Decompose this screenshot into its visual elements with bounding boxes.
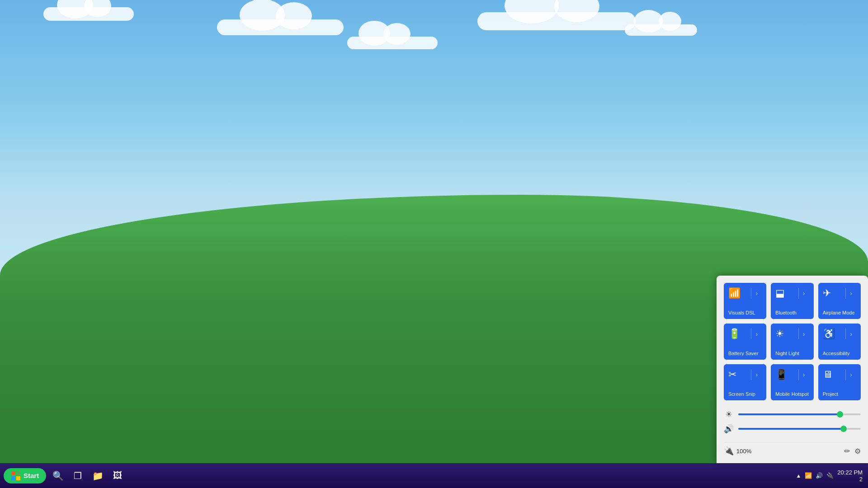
project-icon: 🖥: [823, 369, 833, 380]
tile-arrow[interactable]: ›: [798, 369, 809, 380]
tile-arrow[interactable]: ›: [845, 369, 856, 380]
tile-label: Mobile Hotspot: [775, 391, 809, 397]
hotspot-icon: 📱: [775, 369, 788, 380]
volume-taskbar-icon[interactable]: 🔊: [816, 472, 823, 479]
night-light-icon: ☀: [775, 328, 784, 340]
tile-arrow[interactable]: ›: [845, 328, 856, 339]
search-icon-button[interactable]: 🔍: [50, 468, 66, 484]
tile-top: ☀ ›: [775, 328, 809, 340]
tile-top: ♿ ›: [823, 328, 856, 340]
wifi-taskbar-icon[interactable]: 📶: [805, 472, 812, 479]
windows-logo-icon: [11, 471, 21, 481]
battery-icon: 🔌: [724, 446, 734, 456]
task-view-icon: ❐: [74, 470, 82, 481]
tile-top: ✂ ›: [728, 369, 762, 380]
tile-label: Project: [823, 391, 856, 397]
cloud-4: [347, 37, 438, 49]
accessibility-icon: ♿: [823, 328, 835, 340]
brightness-row: ☀: [724, 409, 861, 419]
taskbar-right: ▲ 📶 🔊 🔌 20:22 PM 2: [796, 469, 868, 483]
folder-icon: 📁: [92, 470, 104, 481]
tile-arrow[interactable]: ›: [751, 288, 762, 299]
bluetooth-icon: ⬓: [775, 287, 785, 299]
volume-icon: 🔊: [724, 424, 734, 434]
wifi-icon: 📶: [728, 287, 741, 299]
tile-top: 📶 ›: [728, 287, 762, 299]
panel-footer: 🔌 100% ✏ ⚙: [724, 442, 861, 456]
tile-label: Airplane Mode: [823, 310, 856, 315]
time-display: 20:22 PM: [837, 469, 863, 476]
tile-mobile-hotspot[interactable]: 📱 › Mobile Hotspot: [771, 364, 813, 400]
sliders-area: ☀ 🔊: [724, 408, 861, 442]
tile-top: 🔋 ›: [728, 328, 762, 340]
photos-button[interactable]: 🖼: [109, 468, 126, 484]
svg-rect-3: [16, 476, 20, 480]
cloud-2: [217, 19, 344, 35]
tile-arrow[interactable]: ›: [751, 369, 762, 380]
tile-battery-saver[interactable]: 🔋 › Battery Saver: [724, 324, 766, 360]
taskbar-time[interactable]: 20:22 PM 2: [837, 469, 863, 483]
chevron-up-icon[interactable]: ▲: [796, 473, 801, 479]
tile-top: ⬓ ›: [775, 287, 809, 299]
volume-row: 🔊: [724, 424, 861, 434]
file-explorer-button[interactable]: 📁: [90, 468, 106, 484]
tile-top: 🖥 ›: [823, 369, 856, 380]
battery-info: 🔌 100%: [724, 446, 751, 456]
svg-rect-0: [11, 471, 15, 475]
volume-slider[interactable]: [738, 428, 861, 430]
tile-label: Night Light: [775, 351, 809, 356]
tile-top: ✈ ›: [823, 287, 856, 299]
brightness-slider[interactable]: [738, 413, 861, 415]
taskbar-left: Start 🔍 ❐ 📁 🖼: [0, 468, 126, 484]
photos-icon: 🖼: [113, 470, 122, 481]
tile-arrow[interactable]: ›: [798, 288, 809, 299]
tile-arrow[interactable]: ›: [845, 288, 856, 299]
tile-label: Bluetooth: [775, 310, 809, 315]
quick-actions-panel: 📶 › Visuals DSL ⬓ › Bluetooth ✈ › Ai: [717, 276, 868, 463]
tile-project[interactable]: 🖥 › Project: [818, 364, 861, 400]
cloud-1: [43, 7, 134, 21]
airplane-icon: ✈: [823, 287, 831, 299]
battery-percent-label: 100%: [736, 448, 751, 455]
cloud-5: [625, 24, 697, 36]
quick-tiles-grid: 📶 › Visuals DSL ⬓ › Bluetooth ✈ › Ai: [724, 283, 861, 400]
task-view-button[interactable]: ❐: [70, 468, 86, 484]
tile-accessibility[interactable]: ♿ › Accessibility: [818, 324, 861, 360]
tile-label: Screen Snip: [728, 391, 762, 397]
taskbar: Start 🔍 ❐ 📁 🖼 ▲ 📶 🔊 🔌 20:22 PM 2: [0, 463, 868, 488]
tile-airplane-mode[interactable]: ✈ › Airplane Mode: [818, 283, 861, 319]
screen-snip-icon: ✂: [728, 369, 736, 380]
svg-rect-2: [11, 476, 15, 480]
svg-rect-1: [16, 471, 20, 475]
footer-icons: ✏ ⚙: [844, 447, 861, 455]
edit-icon[interactable]: ✏: [844, 447, 850, 455]
cloud-3: [477, 12, 636, 30]
tile-night-light[interactable]: ☀ › Night Light: [771, 324, 813, 360]
tile-label: Battery Saver: [728, 351, 762, 356]
search-icon: 🔍: [52, 470, 64, 481]
tile-screen-snip[interactable]: ✂ › Screen Snip: [724, 364, 766, 400]
brightness-icon: ☀: [724, 409, 734, 419]
tile-visuals-dsl[interactable]: 📶 › Visuals DSL: [724, 283, 766, 319]
battery-saver-icon: 🔋: [728, 328, 741, 340]
start-button[interactable]: Start: [4, 468, 46, 483]
settings-icon[interactable]: ⚙: [854, 447, 861, 455]
tile-bluetooth[interactable]: ⬓ › Bluetooth: [771, 283, 813, 319]
battery-taskbar-icon[interactable]: 🔌: [826, 472, 834, 479]
tile-label: Visuals DSL: [728, 310, 762, 315]
tile-label: Accessibility: [823, 351, 856, 356]
tile-arrow[interactable]: ›: [751, 328, 762, 339]
tile-arrow[interactable]: ›: [798, 328, 809, 339]
start-label: Start: [24, 472, 39, 479]
date-display: 2: [837, 476, 863, 483]
tile-top: 📱 ›: [775, 369, 809, 380]
